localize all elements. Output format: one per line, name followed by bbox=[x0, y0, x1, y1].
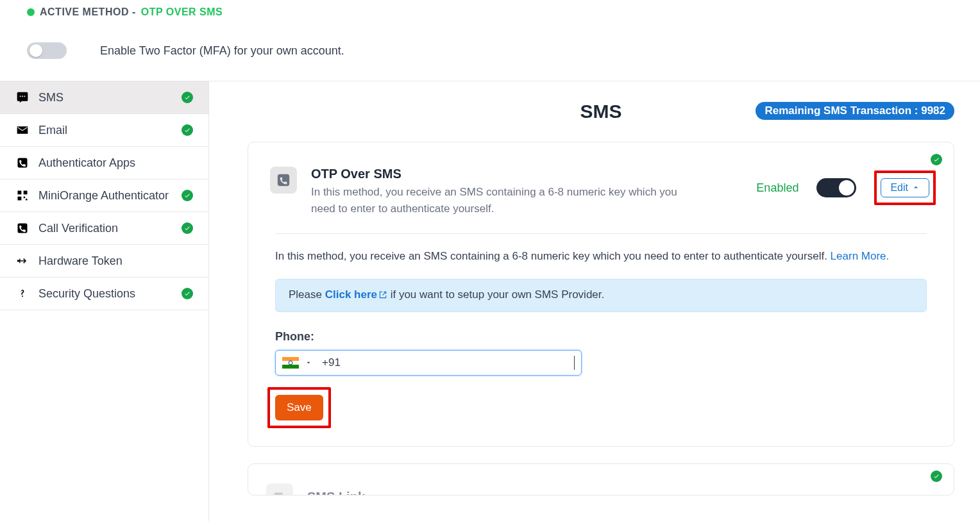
mfa-toggle[interactable] bbox=[27, 42, 67, 59]
phone-input[interactable] bbox=[318, 356, 575, 369]
sms-provider-info: Please Click here if you want to setup y… bbox=[275, 279, 927, 312]
click-here-link[interactable]: Click here bbox=[325, 288, 387, 301]
check-icon bbox=[931, 470, 942, 482]
svg-rect-9 bbox=[275, 493, 283, 495]
phone-square-icon bbox=[15, 156, 30, 170]
card-description: In this method, you receive an SMS conta… bbox=[311, 184, 689, 217]
check-icon bbox=[182, 288, 193, 299]
svg-rect-0 bbox=[18, 158, 28, 168]
sidebar-item-security-questions[interactable]: Security Questions bbox=[0, 278, 208, 310]
edit-button[interactable]: Edit bbox=[881, 178, 929, 197]
sidebar-item-label: Security Questions bbox=[38, 287, 135, 301]
phone-input-group[interactable] bbox=[275, 350, 582, 376]
otp-over-sms-card: OTP Over SMS In this method, you receive… bbox=[248, 142, 954, 447]
highlight-box: Edit bbox=[874, 170, 936, 205]
save-button[interactable]: Save bbox=[275, 395, 323, 420]
learn-more-link[interactable]: Learn More. bbox=[831, 250, 890, 262]
check-icon bbox=[182, 92, 193, 103]
sidebar-item-hardware-token[interactable]: Hardware Token bbox=[0, 245, 208, 278]
india-flag-icon bbox=[282, 357, 299, 369]
external-link-icon bbox=[378, 290, 387, 303]
sidebar-item-miniorange-auth[interactable]: MiniOrange Authenticator bbox=[0, 179, 208, 212]
sidebar-item-call-verification[interactable]: Call Verification bbox=[0, 212, 208, 245]
sidebar-item-sms[interactable]: SMS bbox=[0, 81, 208, 114]
divider bbox=[275, 233, 927, 234]
card-title: OTP Over SMS bbox=[311, 167, 742, 181]
check-icon bbox=[931, 154, 942, 165]
check-icon bbox=[182, 190, 193, 201]
phone-label: Phone: bbox=[275, 330, 927, 344]
sms-link-icon bbox=[266, 483, 293, 495]
country-dropdown[interactable] bbox=[305, 357, 312, 369]
text-cursor bbox=[574, 356, 575, 370]
svg-rect-5 bbox=[26, 199, 28, 201]
qr-icon bbox=[15, 188, 30, 203]
sidebar-item-label: Call Verification bbox=[38, 222, 118, 235]
svg-rect-2 bbox=[24, 191, 28, 195]
active-method-label: ACTIVE METHOD - bbox=[40, 6, 136, 18]
check-icon bbox=[182, 222, 193, 234]
sidebar-item-label: Hardware Token bbox=[38, 254, 122, 268]
check-icon bbox=[182, 124, 193, 136]
sidebar-item-label: MiniOrange Authenticator bbox=[38, 189, 169, 203]
sidebar-item-label: Authenticator Apps bbox=[38, 156, 135, 170]
remaining-sms-badge: Remaining SMS Transaction : 9982 bbox=[756, 102, 954, 120]
page-title: SMS bbox=[580, 101, 621, 122]
svg-rect-6 bbox=[18, 224, 28, 233]
svg-rect-3 bbox=[18, 197, 22, 201]
usb-icon bbox=[15, 254, 30, 268]
svg-rect-4 bbox=[24, 197, 26, 199]
sidebar-item-label: SMS bbox=[38, 91, 63, 104]
method-description: In this method, you receive an SMS conta… bbox=[266, 248, 936, 265]
chevron-up-icon bbox=[912, 182, 920, 194]
sidebar: SMS Email Authenticator Ap bbox=[0, 81, 209, 521]
card-title: SMS Link bbox=[307, 490, 365, 496]
sidebar-item-email[interactable]: Email bbox=[0, 114, 208, 147]
svg-rect-8 bbox=[278, 174, 289, 186]
mail-icon bbox=[15, 123, 30, 137]
status-dot-icon bbox=[27, 8, 35, 16]
svg-rect-1 bbox=[18, 191, 22, 195]
otp-sms-toggle[interactable] bbox=[816, 178, 856, 197]
enabled-status: Enabled bbox=[756, 181, 798, 195]
sms-icon bbox=[15, 90, 30, 104]
phone-square-icon bbox=[270, 167, 297, 194]
sms-link-card: SMS Link bbox=[248, 463, 954, 495]
phone-square-icon bbox=[15, 221, 30, 235]
active-method-value: OTP OVER SMS bbox=[141, 6, 223, 18]
mfa-toggle-label: Enable Two Factor (MFA) for your own acc… bbox=[100, 44, 344, 58]
svg-point-7 bbox=[17, 260, 19, 262]
highlight-box: Save bbox=[267, 387, 331, 428]
sidebar-item-label: Email bbox=[38, 124, 67, 137]
question-icon bbox=[15, 287, 30, 301]
sidebar-item-authenticator-apps[interactable]: Authenticator Apps bbox=[0, 147, 208, 179]
